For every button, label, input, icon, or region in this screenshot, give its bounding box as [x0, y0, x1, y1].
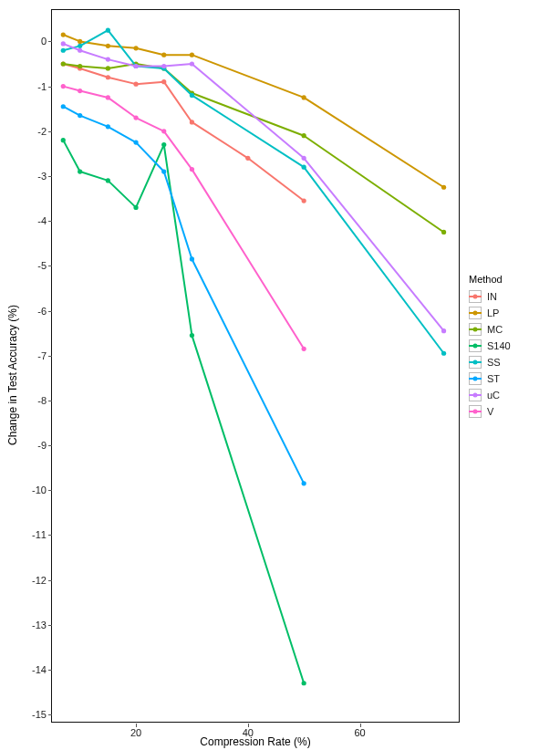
y-tick-mark — [48, 87, 52, 88]
series-point-ST — [302, 481, 306, 485]
legend-label: SS — [487, 357, 501, 368]
y-tick-mark — [48, 311, 52, 312]
y-tick-mark — [48, 266, 52, 266]
series-point-SS — [302, 165, 306, 170]
series-point-S140 — [78, 169, 82, 173]
series-point-IN — [106, 75, 110, 79]
y-tick-mark — [48, 580, 52, 581]
series-point-uC — [302, 156, 306, 161]
series-point-V — [161, 129, 166, 133]
legend-label: S140 — [487, 340, 511, 351]
series-point-uC — [190, 61, 194, 66]
series-point-SS — [441, 351, 446, 356]
series-point-ST — [190, 256, 194, 261]
series-point-uC — [161, 64, 166, 68]
series-point-MC — [106, 66, 110, 70]
legend-label: IN — [487, 291, 497, 302]
series-point-V — [133, 115, 138, 120]
series-point-MC — [441, 230, 446, 234]
series-point-LP — [161, 53, 166, 57]
legend-item: S140 — [469, 338, 511, 354]
series-point-MC — [302, 133, 306, 138]
x-tick-mark — [136, 724, 137, 727]
series-point-S140 — [190, 333, 194, 338]
series-point-uC — [78, 48, 82, 53]
series-point-S140 — [302, 681, 306, 685]
y-tick-mark — [48, 401, 52, 401]
y-tick-mark — [48, 445, 52, 446]
legend-swatch — [469, 307, 482, 319]
series-line-LP — [63, 35, 443, 187]
legend-label: LP — [487, 307, 499, 318]
series-point-uC — [133, 64, 138, 68]
y-tick-mark — [48, 131, 52, 132]
series-point-LP — [190, 53, 194, 57]
series-point-V — [106, 95, 110, 99]
y-tick-mark — [48, 176, 52, 177]
legend-label: uC — [487, 390, 500, 401]
series-point-SS — [190, 93, 194, 98]
legend-swatch — [469, 323, 482, 336]
legend-item: IN — [469, 288, 511, 305]
legend-label: V — [487, 406, 493, 417]
y-tick-mark — [48, 490, 52, 491]
legend-swatch — [469, 356, 482, 369]
series-point-V — [61, 84, 66, 89]
legend-swatch — [469, 339, 482, 352]
legend-item: SS — [469, 354, 511, 370]
legend-swatch — [469, 405, 482, 418]
series-point-IN — [245, 156, 250, 161]
legend-swatch — [469, 290, 482, 303]
series-line-ST — [63, 107, 304, 484]
legend-label: MC — [487, 324, 503, 335]
series-point-ST — [61, 104, 66, 109]
legend-item: LP — [469, 305, 511, 321]
series-point-IN — [161, 79, 166, 84]
series-point-V — [78, 89, 82, 93]
series-point-ST — [78, 113, 82, 118]
series-point-SS — [61, 48, 66, 53]
series-point-LP — [61, 32, 66, 36]
legend-item: V — [469, 403, 511, 420]
series-point-S140 — [133, 205, 138, 210]
series-point-LP — [441, 185, 446, 190]
series-point-LP — [133, 46, 138, 50]
series-line-MC — [63, 64, 443, 232]
y-axis-label: Change in Test Accuracy (%) — [6, 305, 19, 445]
chart-container: Change in Test Accuracy (%) Compression … — [0, 0, 560, 750]
legend-item: MC — [469, 321, 511, 338]
series-point-LP — [78, 39, 82, 44]
series-point-MC — [61, 61, 66, 66]
legend-item: uC — [469, 387, 511, 403]
series-point-S140 — [61, 138, 66, 142]
x-tick-mark — [360, 724, 361, 727]
series-point-SS — [78, 44, 82, 48]
series-line-V — [63, 87, 304, 349]
series-point-ST — [161, 169, 166, 173]
series-point-uC — [441, 328, 446, 333]
legend-swatch — [469, 372, 482, 385]
series-point-V — [190, 167, 194, 172]
series-point-IN — [190, 120, 194, 124]
x-tick-mark — [248, 724, 249, 727]
y-tick-mark — [48, 535, 52, 536]
y-tick-mark — [48, 41, 52, 42]
series-point-IN — [133, 82, 138, 87]
plot-svg — [52, 10, 461, 724]
y-tick-mark — [48, 625, 52, 626]
series-point-ST — [106, 124, 110, 129]
series-point-IN — [302, 198, 306, 203]
series-line-uC — [63, 44, 443, 331]
y-tick-mark — [48, 670, 52, 671]
y-tick-mark — [48, 221, 52, 222]
x-axis-label: Compression Rate (%) — [200, 735, 310, 748]
series-point-uC — [61, 41, 66, 46]
y-tick-mark — [48, 356, 52, 357]
series-point-S140 — [161, 142, 166, 147]
series-point-LP — [302, 95, 306, 99]
legend-label: ST — [487, 373, 500, 384]
legend: Method INLPMCS140SSSTuCV — [469, 274, 511, 420]
legend-item: ST — [469, 370, 511, 387]
series-point-LP — [106, 44, 110, 48]
legend-title: Method — [469, 274, 511, 285]
